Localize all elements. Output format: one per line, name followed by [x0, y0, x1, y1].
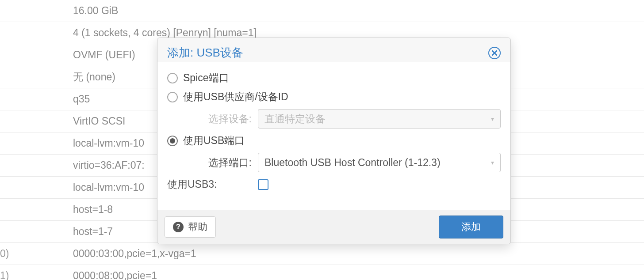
close-button[interactable]	[488, 47, 501, 59]
select-device-value: 直通特定设备	[264, 112, 326, 126]
radio-spice-port[interactable]	[167, 73, 178, 83]
table-row[interactable]: 0) 0000:03:00,pcie=1,x-vga=1	[0, 243, 644, 265]
help-icon: ?	[173, 222, 184, 232]
help-label: 帮助	[188, 220, 207, 234]
radio-port-label: 使用USB端口	[183, 134, 245, 148]
chevron-down-icon: ▾	[491, 159, 494, 166]
chevron-down-icon: ▾	[491, 115, 494, 122]
select-device-dropdown: 直通特定设备 ▾	[258, 109, 501, 129]
radio-usb-port[interactable]	[167, 136, 178, 146]
select-port-label: 选择端口:	[167, 156, 258, 170]
add-usb-device-dialog: 添加: USB设备 Spice端口 使用USB供应商/设备ID 选择设备: 直通…	[157, 38, 511, 244]
dialog-body: Spice端口 使用USB供应商/设备ID 选择设备: 直通特定设备 ▾ 使用U…	[157, 62, 510, 210]
dialog-title: 添加: USB设备	[167, 45, 243, 61]
table-row[interactable]: 16.00 GiB	[0, 0, 644, 22]
radio-usb-vendor-id[interactable]	[167, 92, 178, 102]
radio-spice-label: Spice端口	[183, 71, 229, 85]
dialog-footer: ? 帮助 添加	[157, 210, 510, 244]
close-icon	[491, 50, 498, 56]
usb3-label: 使用USB3:	[167, 178, 258, 191]
radio-vendor-label: 使用USB供应商/设备ID	[183, 90, 288, 104]
add-button[interactable]: 添加	[439, 216, 503, 238]
table-row[interactable]: 1) 0000:08:00,pcie=1	[0, 265, 644, 280]
help-button[interactable]: ? 帮助	[165, 216, 216, 238]
select-port-value: Bluetooth USB Host Controller (1-12.3)	[264, 157, 441, 169]
select-port-dropdown[interactable]: Bluetooth USB Host Controller (1-12.3) ▾	[258, 153, 501, 172]
usb3-checkbox[interactable]	[258, 179, 268, 190]
dialog-header: 添加: USB设备	[157, 38, 510, 62]
select-device-label: 选择设备:	[167, 112, 258, 126]
